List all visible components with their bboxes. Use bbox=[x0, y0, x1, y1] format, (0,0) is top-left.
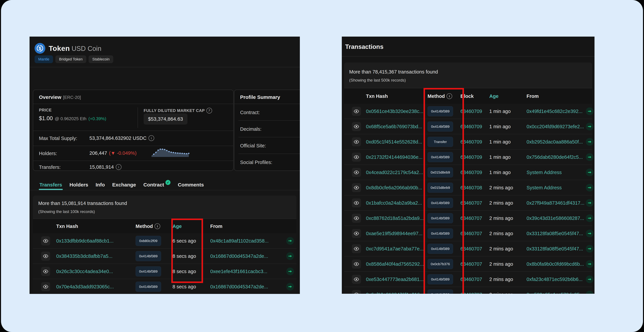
txn-hash-link[interactable]: 0x8586af40f4ad7565292... bbox=[366, 261, 424, 267]
from-address-link[interactable]: 0xfa23c4871ec592b6b6... bbox=[526, 276, 582, 282]
method-badge[interactable]: 0x414bf389 bbox=[136, 251, 161, 261]
col-method[interactable]: Methodi bbox=[428, 93, 452, 99]
block-link[interactable]: 63460709 bbox=[460, 108, 482, 114]
col-method[interactable]: Methodi bbox=[136, 224, 160, 229]
from-address-link[interactable]: 0xee1efe43f1661cacbc3... bbox=[210, 268, 267, 274]
row-arrow-button[interactable] bbox=[286, 237, 294, 245]
method-badge[interactable]: 0x414bf389 bbox=[428, 228, 453, 238]
txn-hash-link[interactable]: 0x1bafcc0a24ab2a9ba2... bbox=[366, 200, 422, 206]
txn-hash-link[interactable]: 0x0561ce43b320ee238c... bbox=[366, 108, 423, 114]
tab-holders[interactable]: Holders bbox=[70, 180, 88, 190]
txn-hash-link[interactable]: 0xae5e19f5d98944ee97... bbox=[366, 230, 422, 236]
txn-hash-link[interactable]: 0x68f5ce5a6b769073bd... bbox=[366, 124, 422, 129]
txn-hash-link[interactable]: 0x133dfbb9dc6aaf88cb1... bbox=[56, 238, 114, 244]
txn-hash-link[interactable]: 0x8db0cfe6a2066ab90b... bbox=[366, 185, 422, 190]
txn-hash-link[interactable]: 0xd05c1f4514e552628d... bbox=[366, 139, 422, 144]
row-arrow-button[interactable] bbox=[586, 245, 594, 252]
eye-button[interactable] bbox=[352, 168, 361, 177]
from-address-link[interactable]: 0x39c43d31e586608287... bbox=[526, 215, 584, 221]
tab-info[interactable]: Info bbox=[96, 180, 105, 190]
method-badge[interactable]: 0x414bf389 bbox=[428, 274, 453, 284]
info-icon[interactable]: i bbox=[116, 164, 122, 170]
col-from[interactable]: From bbox=[210, 224, 222, 229]
txn-hash-link[interactable]: 0x4cead022c2179c54a2... bbox=[366, 170, 423, 175]
from-address-link[interactable]: System Address bbox=[526, 185, 562, 190]
block-link[interactable]: 63460707 bbox=[460, 200, 482, 206]
method-badge[interactable]: 0x414bf389 bbox=[428, 213, 453, 223]
row-arrow-button[interactable] bbox=[586, 260, 594, 268]
row-arrow-button[interactable] bbox=[586, 153, 594, 161]
tab-contract[interactable]: Contract✓ bbox=[144, 180, 170, 190]
method-badge[interactable]: 0x414bf389 bbox=[428, 290, 453, 294]
row-arrow-button[interactable] bbox=[586, 108, 594, 115]
row-arrow-button[interactable] bbox=[586, 184, 594, 192]
from-address-link[interactable]: 0x48c1a89af1102cad358... bbox=[210, 238, 269, 244]
row-arrow-button[interactable] bbox=[286, 283, 294, 290]
row-arrow-button[interactable] bbox=[586, 199, 594, 207]
method-badge[interactable]: 0x414bf389 bbox=[428, 244, 453, 254]
eye-button[interactable] bbox=[352, 137, 361, 146]
from-address-link[interactable]: System Address bbox=[526, 170, 562, 175]
eye-button[interactable] bbox=[352, 290, 361, 294]
info-icon[interactable]: i bbox=[446, 93, 452, 99]
from-address-link[interactable]: 0x33128fa08f5e0545f47... bbox=[526, 230, 583, 236]
from-address-link[interactable]: 0xc582a65a1cc570de05... bbox=[526, 292, 584, 294]
method-badge[interactable]: 0x414bf389 bbox=[136, 266, 161, 276]
eye-button[interactable] bbox=[41, 267, 50, 276]
info-icon[interactable]: i bbox=[154, 224, 160, 229]
col-txn-hash[interactable]: Txn Hash bbox=[56, 224, 78, 229]
badge-mantle[interactable]: Mantle bbox=[34, 56, 53, 63]
badge-stablecoin[interactable]: Stablecoin bbox=[88, 56, 113, 63]
eye-button[interactable] bbox=[352, 198, 361, 208]
method-badge[interactable]: 0x414bf389 bbox=[428, 122, 453, 132]
block-link[interactable]: 63460707 bbox=[460, 261, 482, 267]
txn-hash-link[interactable]: 0x70e4a3d3add923065c... bbox=[56, 284, 114, 289]
row-arrow-button[interactable] bbox=[286, 252, 294, 260]
col-age[interactable]: Age bbox=[172, 224, 182, 229]
block-link[interactable]: 63460709 bbox=[460, 170, 482, 175]
tab-comments[interactable]: Comments bbox=[178, 180, 204, 190]
from-address-link[interactable]: 0x8b0fa9b0c0fd69bcd6b... bbox=[526, 261, 584, 267]
row-arrow-button[interactable] bbox=[586, 168, 594, 176]
method-badge[interactable]: 0x0cb7b376 bbox=[428, 259, 453, 269]
eye-button[interactable] bbox=[352, 244, 361, 253]
eye-button[interactable] bbox=[41, 252, 50, 261]
method-badge[interactable]: 0x414bf389 bbox=[428, 152, 453, 162]
method-badge[interactable]: 0x414bf389 bbox=[428, 198, 453, 208]
col-from[interactable]: From bbox=[526, 94, 539, 99]
block-link[interactable]: 63460707 bbox=[460, 246, 482, 252]
help-icon[interactable]: ? bbox=[206, 108, 212, 114]
block-link[interactable]: 63460707 bbox=[460, 215, 482, 221]
block-link[interactable]: 63460709 bbox=[460, 124, 482, 129]
from-address-link[interactable]: 0xb2952dac0aa886a50f... bbox=[526, 139, 583, 144]
block-link[interactable]: 63460707 bbox=[460, 230, 482, 236]
eye-button[interactable] bbox=[352, 107, 361, 116]
eye-button[interactable] bbox=[41, 236, 50, 246]
method-badge[interactable]: 0x414bf389 bbox=[428, 106, 453, 116]
row-arrow-button[interactable] bbox=[286, 268, 294, 275]
tab-exchange[interactable]: Exchange bbox=[112, 180, 136, 190]
from-address-link[interactable]: 0x0cc204fd9d69273efe2... bbox=[526, 124, 584, 129]
eye-button[interactable] bbox=[41, 282, 50, 291]
eye-button[interactable] bbox=[352, 152, 361, 162]
row-arrow-button[interactable] bbox=[586, 214, 594, 222]
row-arrow-button[interactable] bbox=[586, 123, 594, 130]
col-txn-hash[interactable]: Txn Hash bbox=[366, 94, 388, 99]
eye-button[interactable] bbox=[352, 183, 361, 192]
row-arrow-button[interactable] bbox=[586, 291, 594, 294]
row-arrow-button[interactable] bbox=[586, 230, 594, 237]
block-link[interactable]: 63460709 bbox=[460, 139, 482, 144]
eye-button[interactable] bbox=[352, 122, 361, 131]
txn-hash-link[interactable]: 0xc88762d18a51a2bda9... bbox=[366, 215, 424, 221]
txn-hash-link[interactable]: 0xe53c447773eaa2b681... bbox=[366, 276, 424, 282]
txn-hash-link[interactable]: 0xc7d9541a7ae7aba77e... bbox=[366, 246, 424, 252]
txn-hash-link[interactable]: 0x21732f24144694036e... bbox=[366, 154, 422, 160]
from-address-link[interactable]: 0x16867d00d45347a2de... bbox=[210, 253, 268, 259]
method-badge[interactable]: 0x015d8eb9 bbox=[428, 182, 453, 193]
col-age[interactable]: Age bbox=[489, 94, 498, 99]
block-link[interactable]: 63460708 bbox=[460, 185, 482, 190]
eye-button[interactable] bbox=[352, 229, 361, 238]
method-badge[interactable]: Transfer bbox=[428, 137, 453, 147]
method-badge[interactable]: 0x015d8eb9 bbox=[428, 167, 453, 178]
info-icon[interactable]: i bbox=[148, 135, 154, 141]
